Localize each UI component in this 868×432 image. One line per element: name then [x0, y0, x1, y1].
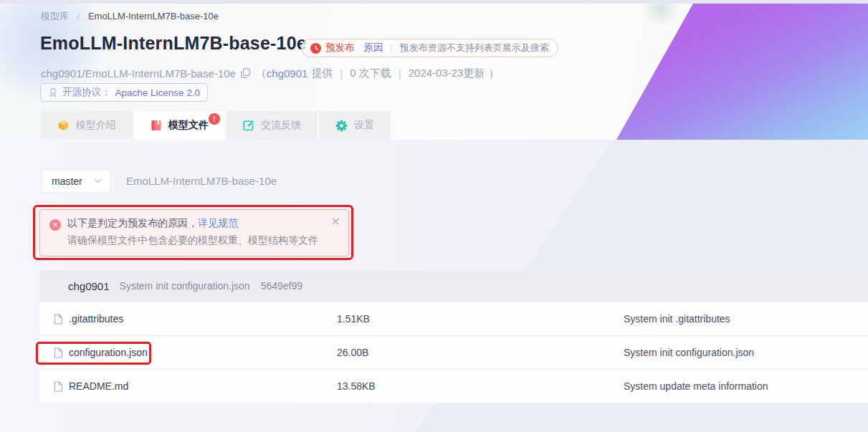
meta-paren-open: （ — [256, 67, 267, 80]
repo-subtitle: chg0901/EmoLLM-InternLM7B-base-10e （ chg… — [41, 67, 499, 80]
tab-label: 模型文件 — [168, 119, 209, 132]
cube-icon — [57, 120, 70, 132]
file-table: chg0901 System init configuration.json 5… — [39, 270, 868, 403]
alert-close-icon[interactable]: ✕ — [331, 215, 340, 229]
tab-feedback[interactable]: 交流反馈 — [226, 111, 318, 140]
document-icon — [54, 347, 63, 358]
prerelease-reason-link[interactable]: 原因 — [364, 42, 383, 54]
meta-divider: | — [340, 67, 343, 80]
edit-icon — [243, 120, 254, 131]
meta-divider: | — [399, 67, 401, 80]
table-row: .gitattributes 1.51KB System init .gitat… — [39, 302, 868, 335]
license-label: 开源协议： — [62, 86, 111, 99]
tab-label: 设置 — [354, 119, 374, 132]
header: 模型库 / EmoLLM-InternLM7B-base-10e EmoLLM-… — [0, 4, 868, 140]
repo-path: chg0901/EmoLLM-InternLM7B-base-10e — [41, 67, 236, 80]
updated-date: 2024-03-23更新 — [409, 67, 485, 80]
tab-settings[interactable]: 设置 — [319, 111, 391, 140]
document-icon — [54, 314, 63, 325]
tab-label: 模型介绍 — [76, 119, 116, 132]
tab-label: 交流反馈 — [261, 119, 301, 132]
file-size: 13.58KB — [337, 380, 624, 392]
file-size: 26.00B — [337, 347, 624, 358]
file-name-link[interactable]: README.md — [69, 380, 128, 392]
file-commit-message: System update meta information — [624, 380, 868, 392]
clock-icon — [310, 43, 321, 54]
tab-bar: 模型介绍 模型文件 ! 交流反馈 设置 — [41, 111, 392, 140]
committer-name: chg0901 — [68, 280, 110, 292]
alert-text-line2: 请确保模型文件中包含必要的模型权重、模型结构等文件 — [67, 234, 318, 247]
teal-blob-decoration — [640, 4, 682, 25]
medal-icon — [48, 87, 58, 97]
page-title: EmoLLM-InternLM7B-base-10e — [40, 33, 307, 54]
breadcrumb-current: EmoLLM-InternLM7B-base-10e — [88, 11, 219, 21]
file-name-link[interactable]: .gitattributes — [69, 313, 123, 325]
file-commit-message: System init configuration.json — [624, 347, 868, 358]
provider-label: 提供 — [311, 67, 333, 80]
prerelease-status: 预发布 — [325, 42, 355, 54]
provider-link[interactable]: chg0901 — [267, 67, 308, 80]
chevron-down-icon — [94, 178, 102, 183]
table-row: README.md 13.58KB System update meta inf… — [39, 369, 868, 403]
tab-model-files[interactable]: 模型文件 ! — [134, 111, 225, 140]
prerelease-badge: 预发布 原因 | 预发布资源不支持列表页展示及搜索 — [301, 39, 558, 57]
repo-name-label: EmoLLM-InternLM7B-base-10e — [126, 175, 277, 187]
badge-divider: | — [391, 43, 393, 53]
commit-message: System init configuration.json — [120, 280, 250, 292]
alert-text-line1: 以下是判定为预发布的原因，详见规范 — [67, 217, 238, 230]
alert-spec-link[interactable]: 详见规范 — [198, 217, 238, 229]
breadcrumb-root[interactable]: 模型库 — [41, 11, 69, 21]
commit-hash: 5649ef99 — [261, 280, 302, 292]
branch-label: master — [52, 176, 82, 187]
file-size: 1.51KB — [337, 313, 624, 325]
gear-icon — [335, 120, 348, 132]
prerelease-note: 预发布资源不支持列表页展示及搜索 — [400, 42, 549, 54]
page-background: 模型库 / EmoLLM-InternLM7B-base-10e EmoLLM-… — [0, 0, 868, 432]
tab-model-intro[interactable]: 模型介绍 — [41, 111, 133, 140]
file-name-cell: .gitattributes — [39, 313, 337, 325]
notification-badge: ! — [209, 113, 220, 125]
license-value[interactable]: Apache License 2.0 — [115, 87, 201, 98]
error-circle-icon: ✕ — [49, 219, 61, 231]
alert-line1-text: 以下是判定为预发布的原因， — [67, 217, 198, 229]
file-commit-message: System init .gitattributes — [624, 313, 868, 325]
downloads-count: 0 次下载 — [350, 67, 391, 80]
file-name-cell: configuration.json — [39, 347, 337, 358]
file-name-cell: README.md — [39, 380, 337, 392]
branch-selector[interactable]: master — [41, 169, 111, 193]
meta-paren-close: ） — [488, 67, 499, 80]
copy-icon[interactable] — [241, 68, 250, 80]
prerelease-alert: ✕ 以下是判定为预发布的原因，详见规范 请确保模型文件中包含必要的模型权重、模型… — [39, 209, 349, 256]
table-row: configuration.json 26.00B System init co… — [39, 335, 868, 369]
breadcrumb: 模型库 / EmoLLM-InternLM7B-base-10e — [41, 10, 219, 23]
license-badge: 开源协议： Apache License 2.0 — [40, 83, 208, 102]
file-name-link[interactable]: configuration.json — [69, 347, 148, 358]
book-icon — [151, 120, 162, 131]
breadcrumb-separator: / — [77, 11, 80, 21]
commit-header-row: chg0901 System init configuration.json 5… — [39, 270, 868, 302]
document-icon — [54, 381, 63, 392]
